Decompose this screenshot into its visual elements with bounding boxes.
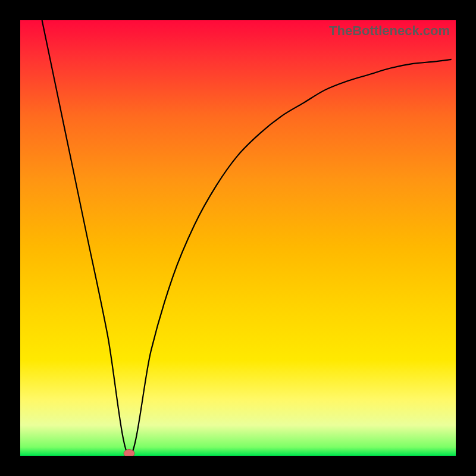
minimum-marker	[124, 450, 134, 456]
curve-layer	[20, 20, 456, 456]
plot-area: TheBottleneck.com	[20, 20, 456, 456]
chart-container: TheBottleneck.com	[0, 0, 476, 476]
bottleneck-curve-path	[42, 20, 452, 456]
watermark-text: TheBottleneck.com	[329, 23, 450, 39]
